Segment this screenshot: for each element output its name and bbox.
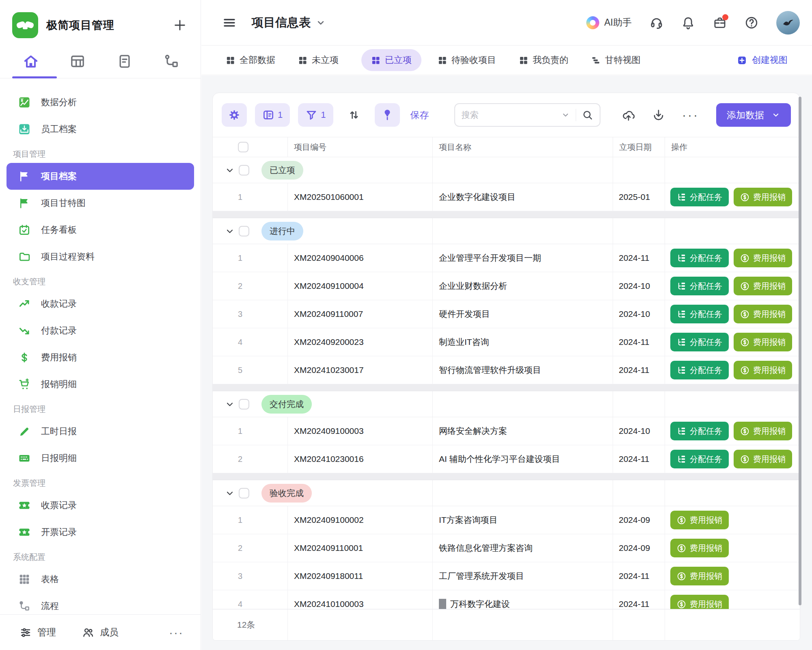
expense-claim-button[interactable]: 费用报销 xyxy=(670,595,729,609)
expense-claim-button[interactable]: 费用报销 xyxy=(734,277,792,295)
group-checkbox[interactable] xyxy=(239,488,249,498)
view-tab[interactable]: 未立项 xyxy=(298,54,339,66)
assign-task-button[interactable]: 分配任务 xyxy=(670,361,729,379)
expense-claim-button[interactable]: 费用报销 xyxy=(734,450,792,468)
group-collapse-chevron-icon[interactable] xyxy=(225,488,235,498)
sidebar-item[interactable]: 收款记录 xyxy=(6,290,194,317)
headset-icon[interactable] xyxy=(650,16,663,30)
group-collapse-chevron-icon[interactable] xyxy=(225,226,235,236)
view-tab[interactable]: 待验收项目 xyxy=(438,54,496,66)
view-tab[interactable]: 甘特视图 xyxy=(591,54,641,66)
more-actions-button[interactable]: ··· xyxy=(682,108,699,122)
table-row[interactable]: 3XM202409110007硬件开发项目2024-10分配任务费用报销 xyxy=(213,300,800,328)
sidebar-item[interactable]: 报销明细 xyxy=(6,371,194,398)
sidebar-item[interactable]: 员工档案 xyxy=(6,116,194,143)
sidebar-item[interactable]: 收票记录 xyxy=(6,492,194,519)
select-all-checkbox[interactable] xyxy=(238,142,248,152)
table-row[interactable]: 5XM202410230017智行物流管理软件升级项目2024-11分配任务费用… xyxy=(213,356,800,384)
table-row[interactable]: 2XM202409110001铁路信息化管理方案咨询2024-09费用报销 xyxy=(213,534,800,562)
expense-claim-button[interactable]: 费用报销 xyxy=(670,567,729,585)
expense-claim-button[interactable]: 费用报销 xyxy=(734,305,792,323)
sidebar-tab-doc-icon[interactable] xyxy=(117,53,133,69)
table-row[interactable]: 4XM202409200023制造业IT咨询2024-11分配任务费用报销 xyxy=(213,328,800,356)
field-config-button[interactable]: 1 xyxy=(255,103,290,127)
table-row[interactable]: 1XM202409040006企业管理平台开发项目一期2024-11分配任务费用… xyxy=(213,244,800,272)
help-icon[interactable] xyxy=(745,16,758,30)
create-view-button[interactable]: 创建视图 xyxy=(737,54,788,66)
table-row[interactable]: 2XM202409100004企业业财数据分析2024-10分配任务费用报销 xyxy=(213,272,800,300)
expense-claim-button[interactable]: 费用报销 xyxy=(734,333,792,351)
save-button[interactable]: 保存 xyxy=(408,109,432,121)
group-checkbox[interactable] xyxy=(239,399,249,410)
sidebar-item[interactable]: 项目档案 xyxy=(6,163,194,190)
group-checkbox[interactable] xyxy=(239,165,249,176)
import-button-cloudup-icon[interactable] xyxy=(622,108,635,121)
sidebar-item[interactable]: 表格 xyxy=(6,566,194,593)
group-checkbox[interactable] xyxy=(239,226,249,236)
user-avatar[interactable] xyxy=(776,11,800,35)
expense-claim-button[interactable]: 费用报销 xyxy=(670,539,729,557)
expense-claim-button[interactable]: 费用报销 xyxy=(734,422,792,440)
settings-button[interactable] xyxy=(222,103,247,127)
group-collapse-chevron-icon[interactable] xyxy=(225,165,235,175)
sidebar-item[interactable]: 开票记录 xyxy=(6,519,194,546)
sidebar-tab-flow-icon[interactable] xyxy=(163,53,179,69)
sidebar-item[interactable]: 项目过程资料 xyxy=(6,243,194,270)
sidebar-item[interactable]: 流程 xyxy=(6,593,194,614)
filter-button[interactable]: 1 xyxy=(298,103,333,127)
row-actions-cell: 分配任务费用报销 xyxy=(665,417,799,445)
members-button[interactable]: 成员 xyxy=(82,626,119,639)
sidebar-item[interactable]: 付款记录 xyxy=(6,317,194,344)
hamburger-menu-icon[interactable] xyxy=(222,16,236,30)
pin-button[interactable] xyxy=(375,103,400,127)
assign-task-button[interactable]: 分配任务 xyxy=(670,333,729,351)
assign-task-button[interactable]: 分配任务 xyxy=(670,249,729,267)
table-row[interactable]: 1XM202409100003网络安全解决方案2024-10分配任务费用报销 xyxy=(213,417,800,445)
flowgray-icon xyxy=(18,600,30,612)
expense-claim-button[interactable]: 费用报销 xyxy=(734,249,792,267)
assign-task-button[interactable]: 分配任务 xyxy=(670,277,729,295)
search-icon[interactable] xyxy=(582,109,593,121)
column-header: 项目名称 xyxy=(433,137,613,157)
group-collapse-chevron-icon[interactable] xyxy=(225,399,235,409)
expense-claim-button[interactable]: 费用报销 xyxy=(734,361,792,379)
assign-task-button[interactable]: 分配任务 xyxy=(670,450,729,468)
add-data-button[interactable]: 添加数据 xyxy=(716,103,791,127)
bell-icon[interactable] xyxy=(681,16,695,30)
sidebar-item[interactable]: 费用报销 xyxy=(6,344,194,371)
sidebar-tab-home-icon[interactable] xyxy=(23,53,39,69)
table-row[interactable]: 1XM202409100002IT方案咨询项目2024-09费用报销 xyxy=(213,506,800,534)
view-tab[interactable]: 全部数据 xyxy=(226,54,275,66)
table-row[interactable]: 4XM202410100003万科数字化建设2024-11费用报销 xyxy=(213,590,800,609)
sidebar-item[interactable]: ¥数据分析 xyxy=(6,89,194,116)
manage-button[interactable]: 管理 xyxy=(19,626,56,639)
sort-button[interactable] xyxy=(341,103,367,127)
view-tab-label: 未立项 xyxy=(312,54,339,66)
view-tab[interactable]: 我负责的 xyxy=(519,54,568,66)
sidebar-tab-table-icon[interactable] xyxy=(69,53,86,69)
sidebar-item[interactable]: 项目甘特图 xyxy=(6,190,194,217)
sidebar-item[interactable]: 任务看板 xyxy=(6,217,194,243)
ai-assistant-button[interactable]: AI助手 xyxy=(586,16,632,29)
count-badge: 1 xyxy=(321,110,326,120)
sidebar-item[interactable]: 工时日报 xyxy=(6,418,194,445)
title-chevron-down-icon[interactable] xyxy=(315,17,326,28)
add-workspace-button[interactable] xyxy=(173,18,187,32)
briefcase-icon[interactable] xyxy=(713,16,727,30)
expense-claim-button[interactable]: 费用报销 xyxy=(670,511,729,529)
expense-claim-button[interactable]: 费用报销 xyxy=(734,188,792,206)
assign-task-button[interactable]: 分配任务 xyxy=(670,188,729,206)
group-gap xyxy=(213,211,800,218)
table-row[interactable]: 1XM202501060001企业数字化建设项目2025-01分配任务费用报销 xyxy=(213,183,800,211)
assign-task-button[interactable]: 分配任务 xyxy=(670,305,729,323)
sidebar-more-button[interactable]: ··· xyxy=(169,630,184,635)
search-scope-chevron-icon[interactable] xyxy=(561,110,570,119)
search-input[interactable]: 搜索 xyxy=(454,103,600,127)
view-tab-active[interactable]: 已立项 xyxy=(361,49,421,71)
assign-task-button[interactable]: 分配任务 xyxy=(670,422,729,440)
export-button-download-icon[interactable] xyxy=(652,108,665,121)
table-row[interactable]: 3XM202409180011工厂管理系统开发项目2024-11费用报销 xyxy=(213,562,800,590)
sidebar-item[interactable]: 日报明细 xyxy=(6,445,194,472)
table-row[interactable]: 2XM202410230016AI 辅助个性化学习平台建设项目2024-11分配… xyxy=(213,445,800,473)
vertical-scrollbar[interactable] xyxy=(799,97,801,605)
